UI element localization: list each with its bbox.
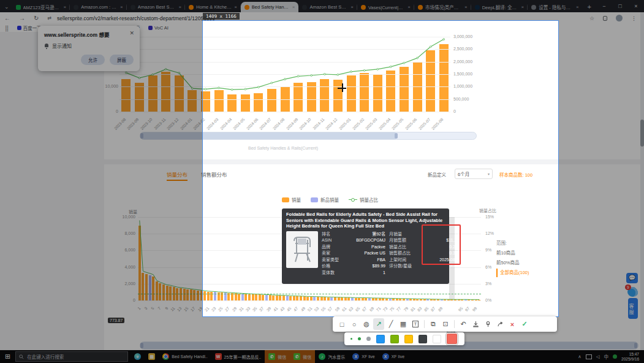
apps-grid-icon[interactable]: ⣿ bbox=[5, 25, 9, 31]
bookmark-3[interactable]: VoC AI bbox=[148, 25, 169, 31]
rectangle-tool[interactable]: □ bbox=[336, 318, 347, 330]
site-settings-icon[interactable]: ⇄ bbox=[43, 15, 56, 21]
browser-tab-3[interactable]: Home & Kitchen...× bbox=[185, 2, 241, 12]
tab-close-icon[interactable]: × bbox=[464, 4, 468, 10]
line-tool[interactable]: ╱ bbox=[385, 318, 396, 330]
text-tool[interactable]: T bbox=[410, 318, 421, 330]
tab-close-icon[interactable]: × bbox=[120, 4, 123, 10]
browser-tab-9[interactable]: 设置 - 隐私与安全× bbox=[528, 2, 582, 12]
start-button[interactable]: ⊞ bbox=[0, 353, 15, 361]
soda-music-task[interactable]: ♪汽水音乐 bbox=[315, 350, 349, 363]
address-bar[interactable]: sellersprite.com/v2/market-research/cust… bbox=[57, 15, 215, 21]
cancel-button[interactable]: × bbox=[507, 318, 518, 330]
range-item-0[interactable]: 前10商品 bbox=[496, 249, 529, 258]
trend-chart-plot[interactable] bbox=[119, 37, 450, 112]
color-swatch-4[interactable] bbox=[433, 335, 441, 343]
brush-tool[interactable]: ◍ bbox=[361, 318, 372, 330]
range-item-1[interactable]: 前50%商品 bbox=[496, 259, 529, 267]
period-select[interactable]: 6个月▾ bbox=[455, 169, 493, 179]
wps-task[interactable]: W25年第一期选品反.. bbox=[211, 350, 265, 363]
edge[interactable]: e bbox=[131, 350, 145, 363]
slider-handle-left[interactable] bbox=[140, 343, 143, 348]
chat-widget-button[interactable]: 💬 bbox=[626, 273, 638, 283]
browser-tab-1[interactable]: Amazon.com : M...× bbox=[70, 2, 127, 12]
ime-indicator[interactable]: 中 bbox=[604, 353, 609, 360]
scrollbar-thumb[interactable] bbox=[640, 120, 644, 147]
blur-tool[interactable]: ⊡ bbox=[440, 318, 451, 330]
legend-item[interactable]: 销量 bbox=[282, 196, 301, 203]
ellipse-tool[interactable]: ○ bbox=[349, 318, 360, 330]
wecom-task[interactable]: ✆微信 bbox=[290, 350, 315, 363]
menu-icon[interactable]: ⋮ bbox=[631, 15, 637, 21]
bookmark-star-icon[interactable]: ☆ bbox=[589, 15, 594, 21]
stroke-size-dot-2[interactable] bbox=[366, 337, 371, 341]
explorer[interactable]: ▤ bbox=[145, 350, 159, 363]
tray-display-icon[interactable] bbox=[586, 354, 592, 359]
maximize-button[interactable]: □ bbox=[612, 0, 628, 12]
taskbar-search-input[interactable]: 在此键入进行搜索 bbox=[15, 351, 128, 362]
stroke-size-dot-1[interactable] bbox=[358, 337, 361, 340]
legend-item[interactable]: 新品销量 bbox=[311, 196, 339, 203]
tab-close-icon[interactable]: × bbox=[292, 4, 295, 10]
slider-handle-left[interactable] bbox=[140, 133, 143, 139]
stroke-size-dot-0[interactable] bbox=[350, 338, 352, 340]
pin-button[interactable] bbox=[482, 318, 493, 330]
mosaic-tool[interactable]: ▦ bbox=[398, 318, 409, 330]
undo-button[interactable]: ↶ bbox=[458, 318, 469, 330]
allow-button[interactable]: 允许 bbox=[81, 55, 105, 65]
xf-live-task-2[interactable]: XXF live bbox=[379, 350, 408, 363]
chart-legend[interactable]: 销量新品销量销量占比 bbox=[282, 196, 378, 203]
tray-volume-icon[interactable]: ◁ bbox=[596, 354, 600, 359]
customer-service-button[interactable]: 客服 bbox=[628, 298, 638, 319]
tab-close-icon[interactable]: × bbox=[179, 4, 182, 10]
distribution-tab-1[interactable]: 销售额分布 bbox=[201, 170, 227, 181]
save-button[interactable] bbox=[470, 318, 481, 330]
slider-handle-right[interactable] bbox=[395, 133, 398, 139]
extension-icon[interactable]: ↓ bbox=[603, 16, 607, 21]
tab-close-icon[interactable]: × bbox=[521, 4, 525, 10]
tab-close-icon[interactable]: × bbox=[407, 4, 411, 10]
browser-tab-4[interactable]: Bed Safety Handl...× bbox=[241, 2, 299, 12]
tab-close-icon[interactable]: × bbox=[64, 4, 67, 10]
minimize-button[interactable]: − bbox=[596, 0, 612, 12]
back-button[interactable]: ← bbox=[0, 15, 15, 21]
tab-close-icon[interactable]: × bbox=[234, 4, 237, 10]
color-swatch-5[interactable] bbox=[447, 334, 457, 344]
color-swatch-3[interactable] bbox=[419, 335, 427, 343]
page-scrollbar[interactable] bbox=[640, 12, 644, 350]
close-button[interactable]: × bbox=[628, 0, 644, 12]
popup-close-icon[interactable]: ✕ bbox=[129, 30, 134, 36]
new-tab-button[interactable]: + bbox=[583, 3, 596, 12]
forward-button[interactable]: → bbox=[15, 15, 29, 21]
share-button[interactable] bbox=[494, 318, 506, 330]
arrow-tool[interactable]: ↗ bbox=[373, 318, 384, 330]
tab-close-icon[interactable]: × bbox=[576, 4, 579, 10]
range-item-2[interactable]: 全部商品(100) bbox=[496, 269, 529, 277]
browser-tab-8[interactable]: DeepL翻译: 全世...× bbox=[471, 2, 528, 12]
product-image bbox=[286, 231, 318, 268]
color-swatch-0[interactable] bbox=[376, 335, 385, 343]
color-swatch-2[interactable] bbox=[404, 335, 413, 343]
taskbar-clock[interactable]: 15:47 2025/9/16 bbox=[621, 352, 639, 362]
profile-avatar[interactable] bbox=[616, 15, 623, 21]
browser-tab-6[interactable]: Vases|Current|排...× bbox=[357, 2, 414, 12]
trend-chart-zoom-slider[interactable] bbox=[140, 132, 477, 140]
block-button[interactable]: 屏蔽 bbox=[110, 55, 134, 65]
confirm-button[interactable]: ✓ bbox=[519, 318, 530, 330]
xf-live-task[interactable]: XXF live bbox=[349, 350, 378, 363]
copy-tool[interactable]: ⧉ bbox=[428, 318, 439, 330]
browser-tab-5[interactable]: Amazon Best Sell...× bbox=[298, 2, 357, 12]
legend-item[interactable]: 销量占比 bbox=[349, 196, 378, 203]
wechat-task[interactable]: ✆微信 bbox=[265, 350, 290, 363]
browser-tab-0[interactable]: AMZ123亚马逊卖...× bbox=[12, 2, 70, 12]
tab-close-icon[interactable]: × bbox=[350, 4, 354, 10]
browser-tab-7[interactable]: 市场情况|类产品|...× bbox=[414, 2, 471, 12]
browser-tab-2[interactable]: Amazon Best Sell...× bbox=[127, 2, 185, 12]
distribution-tab-0[interactable]: 销量分布 bbox=[167, 170, 188, 181]
tab-search-icon[interactable]: ⌄ bbox=[0, 4, 12, 12]
chrome-task[interactable]: Bed Safety Handl.. bbox=[159, 350, 211, 363]
color-swatch-1[interactable] bbox=[390, 335, 399, 343]
reload-button[interactable]: ↻ bbox=[29, 15, 43, 21]
tray-chevron-icon[interactable]: ∧ bbox=[578, 354, 581, 359]
slider-handle-right[interactable] bbox=[634, 343, 637, 348]
